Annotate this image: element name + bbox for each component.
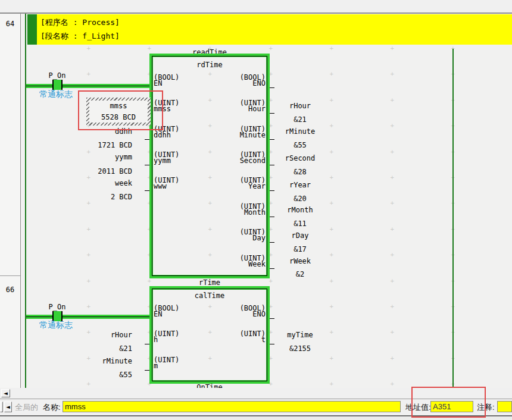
operand-value: &2 — [270, 271, 330, 278]
fb-output-pin: (UINT)Second — [240, 152, 266, 164]
grid-mark: + — [86, 227, 91, 231]
pane-left-button[interactable]: ◄ — [4, 402, 12, 412]
operand-name[interactable]: rSecond — [270, 155, 330, 162]
grid-mark: + — [390, 305, 395, 309]
operand-name[interactable]: rHour — [270, 102, 330, 109]
operand-value: 2 BCD — [60, 193, 132, 200]
fb-input-pin: (UINT)www — [154, 177, 179, 189]
rung-number-64[interactable]: 64 — [0, 20, 20, 28]
left-power-rail — [25, 14, 26, 388]
pane-left-icon: ◄ — [6, 404, 10, 410]
operand-name[interactable]: week — [60, 180, 132, 187]
grid-mark: + — [329, 150, 334, 154]
fb-type-name: calTime — [153, 292, 266, 299]
grid-mark: + — [329, 175, 334, 180]
operand-value: &20 — [270, 195, 330, 202]
grid-mark: + — [390, 330, 395, 334]
fb-output-pin: (UINT)Day — [240, 229, 266, 241]
pin-tick — [270, 344, 274, 344]
pin-tick — [270, 190, 274, 191]
scope-label: 全局的 — [15, 403, 38, 412]
operand-name[interactable]: rHour — [60, 331, 132, 338]
operand-name[interactable]: rMonth — [270, 206, 330, 214]
rung-comment-banner[interactable]: [程序名 : Process] [段名称 : f_Light] — [27, 14, 512, 45]
grid-mark: + — [329, 279, 334, 283]
operand-value: &28 — [270, 168, 330, 175]
grid-mark: + — [390, 382, 395, 386]
operand-name[interactable]: rYear — [270, 181, 330, 189]
grid-mark: + — [86, 253, 91, 257]
rung64-contact-p-on[interactable] — [52, 80, 63, 90]
fb-input-pin: (BOOL)EN — [154, 305, 179, 317]
operand-name[interactable]: yymm — [60, 153, 132, 161]
operand-value: &21 — [60, 345, 132, 352]
grid-mark: + — [329, 227, 334, 231]
rung-margin-column: 64 66 — [0, 14, 21, 388]
operand-name[interactable]: rMinute — [60, 358, 132, 365]
section-name-label: [段名称 : f_Light] — [40, 32, 120, 40]
annotation-box-address — [411, 387, 486, 418]
operand-value: 2011 BCD — [60, 168, 132, 175]
grid-mark: + — [86, 175, 91, 180]
grid-mark: + — [86, 46, 91, 51]
operand-value: &11 — [270, 220, 330, 227]
grid-mark: + — [329, 72, 334, 76]
pin-tick — [270, 87, 274, 88]
fb-type-name: rdTime — [153, 61, 266, 68]
rung-number-66[interactable]: 66 — [0, 286, 20, 294]
operand-name[interactable]: rDay — [270, 232, 330, 239]
scroll-left-icon: ◄ — [4, 390, 8, 396]
pin-tick — [270, 165, 274, 165]
grid-mark: + — [86, 72, 91, 76]
pin-tick — [270, 318, 274, 319]
pin-tick — [145, 190, 149, 191]
operand-name[interactable]: rWeek — [270, 258, 330, 265]
grid-mark: + — [329, 382, 334, 386]
fb-input-pin: (UINT)yymm — [154, 152, 179, 164]
top-strip — [0, 0, 512, 14]
function-block-rdtime[interactable]: rdTime (BOOL)EN (UINT)mmss (UINT)ddhh (U… — [149, 54, 270, 278]
operand-value: &17 — [270, 246, 330, 253]
fb-output-pin: (UINT)Hour — [240, 100, 266, 112]
grid-mark: + — [329, 356, 334, 361]
fb-output-pin: (UINT)Year — [240, 177, 266, 189]
program-name-label: [程序名 : Process] — [40, 18, 120, 27]
comment-input[interactable] — [497, 401, 512, 412]
pin-tick — [145, 344, 149, 344]
fb-input-pin: (BOOL)EN — [154, 74, 179, 86]
grid-mark: + — [390, 98, 395, 102]
operand-value: 1721 BCD — [60, 142, 132, 149]
grid-mark: + — [86, 201, 91, 205]
ladder-editor-canvas[interactable]: ++++++++++++++++++++++++++++++++++++++++… — [0, 14, 512, 388]
grid-mark: + — [390, 175, 395, 180]
fb-output-pin: (BOOL)ENO — [240, 74, 266, 86]
grid-mark: + — [329, 201, 334, 205]
pin-tick — [270, 217, 274, 217]
grid-mark: + — [329, 305, 334, 309]
operand-name[interactable]: rMinute — [270, 128, 330, 135]
pin-tick — [145, 370, 149, 371]
name-input[interactable]: mmss — [63, 401, 401, 412]
right-power-rail — [452, 49, 454, 387]
grid-mark: + — [390, 124, 395, 128]
fb-instance-name: rTime — [149, 279, 270, 286]
fb-input-pin: (UINT)h — [154, 331, 179, 343]
pane-splitter-button[interactable] — [0, 402, 3, 412]
rung64-contact-label: P_On — [39, 72, 75, 79]
operand-name[interactable]: myTime — [270, 331, 330, 338]
pin-tick — [145, 139, 149, 140]
rung66-contact-comment: 常通标志 — [39, 321, 73, 330]
fb-output-pin: (UINT)Week — [240, 255, 266, 267]
scroll-left-button[interactable]: ◄ — [1, 389, 10, 397]
annotation-box-operand — [78, 90, 163, 130]
function-block-caltime[interactable]: calTime (BOOL)EN (UINT)h (UINT)m (BOOL)E… — [149, 286, 270, 384]
pin-tick — [270, 113, 274, 114]
grid-mark: + — [86, 382, 91, 386]
grid-mark: + — [390, 279, 395, 283]
grid-mark: + — [329, 330, 334, 334]
operand-value: &55 — [270, 142, 330, 149]
grid-mark: + — [390, 72, 395, 76]
fb-input-pin: (UINT)m — [154, 357, 179, 369]
pin-tick — [145, 165, 149, 165]
fb-output-pin: (UINT)Minute — [240, 126, 266, 138]
